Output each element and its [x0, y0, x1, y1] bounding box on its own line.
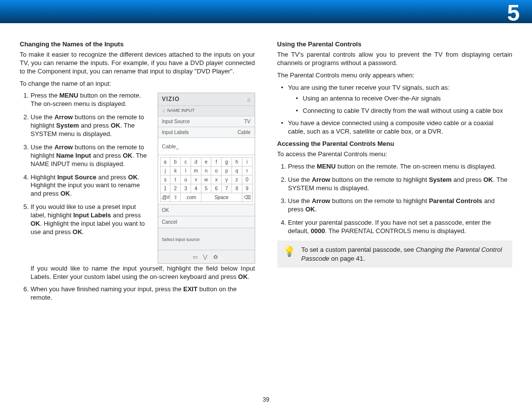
left-lead: To change the name of an input: [20, 80, 255, 88]
menu-cancel-button: Cancel [158, 216, 255, 228]
tip-box: 💡 To set a custom parental passcode, see… [277, 240, 513, 268]
left-step-1: Press the MENU button on the remote. The… [31, 92, 151, 108]
right-column: Using the Parental Controls The TV's par… [277, 40, 513, 307]
right-step-4: Enter your parental passcode. If you hav… [288, 219, 513, 236]
left-steps-part2: When you have finished naming your input… [20, 285, 255, 302]
left-step-6: When you have finished naming your input… [31, 285, 255, 302]
right-step-2: Use the Arrow buttons on the remote to h… [288, 176, 513, 193]
menu-header: VIZIO ⌂ [158, 93, 255, 106]
right-heading-2: Accessing the Parental Controls Menu [277, 140, 513, 148]
menu-breadcrumb: ◁NAME INPUT [158, 106, 255, 116]
left-steps-part1: Press the MENU button on the remote. The… [20, 92, 151, 236]
header-band: 5 [0, 0, 532, 23]
left-step-4: Highlight Input Source and press OK. Hig… [31, 173, 151, 199]
vizio-logo: VIZIO [162, 96, 180, 103]
right-bullets: You are using the tuner receive your TV … [277, 84, 513, 136]
menu-row-input-source: Input SourceTV [158, 116, 255, 127]
menu-text-field: Cable_ [158, 138, 255, 155]
onscreen-keyboard: abcdefghi jklmnopqr stuvwxyz0 123456789 … [158, 155, 255, 205]
left-step-3: Use the Arrow buttons on the remote to h… [31, 143, 151, 169]
right-heading-1: Using the Parental Controls [277, 40, 513, 49]
left-column: Changing the Names of the Inputs To make… [20, 40, 255, 307]
home-icon: ⌂ [247, 96, 251, 103]
right-step-3: Use the Arrow buttons on the remote to h… [288, 197, 513, 214]
lightbulb-icon: 💡 [283, 246, 296, 256]
right-p1: The TV's parental controls allow you to … [277, 51, 513, 68]
left-step5-note: If you would like to name the input your… [31, 265, 255, 281]
left-heading: Changing the Names of the Inputs [20, 40, 255, 49]
left-intro: To make it easier to recognize the diffe… [20, 51, 255, 76]
right-p3: To access the Parental Controls menu: [277, 150, 513, 159]
left-step-5: If you would like to use a preset input … [31, 203, 151, 237]
page-number: 39 [0, 396, 532, 404]
chapter-number: 5 [507, 0, 520, 28]
right-bullet-1b: Connecting to cable TV directly from the… [303, 107, 513, 115]
right-bullet-1: You are using the tuner receive your TV … [288, 84, 513, 116]
menu-ok-button: OK [158, 205, 255, 216]
right-bullet-2: You have a device connected using a comp… [288, 119, 513, 136]
right-step-1: Press the MENU button on the remote. The… [288, 163, 513, 171]
tip-text: To set a custom parental passcode, see C… [301, 245, 507, 263]
left-step-2: Use the Arrow buttons on the remote to h… [31, 113, 151, 138]
right-p2: The Parental Controls menu only appears … [277, 71, 513, 80]
menu-row-input-labels: Input LabelsCable [158, 127, 255, 138]
page-body: Changing the Names of the Inputs To make… [0, 23, 532, 317]
right-steps: Press the MENU button on the remote. The… [277, 163, 513, 236]
right-bullet-1a: Using an antenna to receive Over-the-Air… [303, 95, 513, 103]
menu-hint: Select input source [158, 228, 255, 250]
name-input-menu: VIZIO ⌂ ◁NAME INPUT Input SourceTV Input… [158, 93, 255, 264]
menu-footer-icons: ▭ ⋁ ✿ [158, 250, 255, 263]
